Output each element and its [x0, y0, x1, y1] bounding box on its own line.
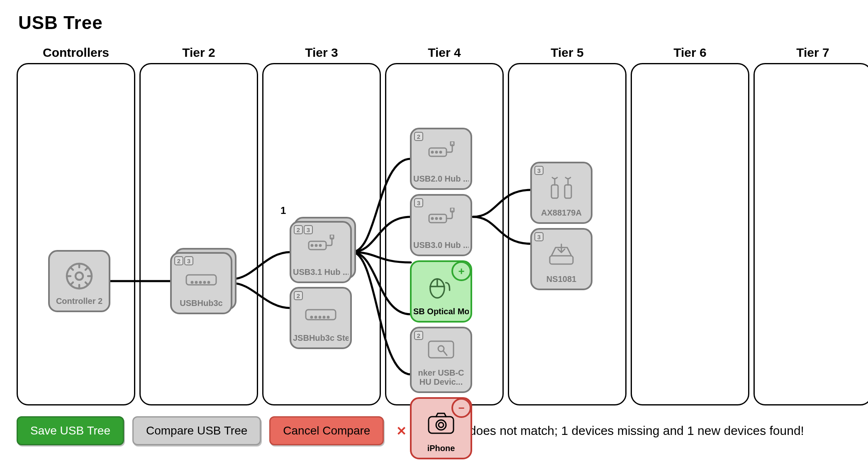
hub-icon [185, 269, 218, 287]
node-usb20hub[interactable]: 2 USB2.0 Hub ... [410, 128, 472, 190]
node-usbhub3cstem[interactable]: 2 JSBHub3c Stem [290, 287, 352, 349]
node-ax88179a[interactable]: 3 AX88179A [530, 162, 592, 224]
node-label: USB3.1 Hub ... [293, 267, 349, 277]
camera-icon [426, 411, 456, 436]
port-badge: 3 [414, 198, 423, 207]
node-mouse-added[interactable]: + SB Optical Mou: [410, 260, 472, 323]
svg-point-31 [438, 346, 444, 352]
svg-rect-30 [429, 341, 454, 358]
svg-point-21 [436, 151, 437, 153]
x-icon: ✕ [396, 424, 407, 438]
svg-rect-37 [550, 256, 573, 264]
svg-point-33 [436, 420, 446, 430]
svg-point-17 [323, 316, 325, 318]
tier-box [631, 63, 749, 405]
svg-rect-23 [451, 141, 454, 146]
node-usb30hub[interactable]: 3 USB3.0 Hub ... [410, 194, 472, 256]
svg-rect-35 [551, 185, 558, 198]
node-label: JSBHub3c Stem [293, 333, 349, 342]
node-label: USBHub3c [180, 299, 222, 308]
controller-icon [64, 261, 94, 291]
node-iphone-removed[interactable]: − iPhone [410, 397, 472, 459]
node-ns1081[interactable]: 3 NS1081 [530, 228, 592, 290]
node-label: USB3.0 Hub ... [413, 240, 469, 250]
page-title: USB Tree [18, 12, 851, 33]
node-label: AX88179A [541, 208, 582, 217]
node-usbhub3c[interactable]: 23 USBHub3c [170, 252, 232, 314]
mouse-icon [426, 273, 456, 300]
tier-header: Tier 2 [182, 46, 215, 60]
plus-icon: + [451, 261, 471, 281]
port-badge: 3 [534, 166, 544, 175]
svg-point-1 [76, 272, 83, 280]
svg-point-11 [319, 245, 321, 246]
svg-point-16 [319, 316, 321, 318]
port-badge: 2 [294, 291, 303, 300]
svg-point-3 [191, 282, 193, 283]
usbhub-icon [427, 141, 456, 166]
svg-point-15 [315, 316, 317, 318]
node-label: USB2.0 Hub ... [413, 174, 469, 183]
svg-rect-36 [565, 185, 571, 198]
hub-icon [304, 304, 337, 322]
minus-icon: − [451, 398, 471, 418]
port-badge: 3 [304, 225, 313, 234]
compare-button[interactable]: Compare USB Tree [132, 416, 261, 445]
svg-point-4 [195, 282, 197, 283]
node-label: Controller 2 [56, 296, 102, 306]
usbhub-icon [306, 235, 335, 260]
svg-rect-32 [429, 417, 454, 433]
drive-icon [546, 242, 576, 267]
radio-icon [546, 175, 576, 201]
node-label: NS1081 [546, 274, 576, 284]
svg-point-5 [200, 282, 201, 283]
svg-rect-28 [451, 208, 454, 212]
tiers-grid: Controllers Tier 2 Tier 3 Tier 4 Tier 5 … [17, 46, 851, 405]
svg-point-18 [327, 316, 329, 318]
port-badge: 3 [534, 232, 544, 241]
node-ankerhub[interactable]: 2 nker USB-C HU Devic... [410, 327, 472, 393]
usbhub-icon [427, 208, 456, 233]
cancel-button[interactable]: Cancel Compare [269, 416, 384, 445]
tier-header: Tier 6 [673, 46, 707, 60]
node-usb31hub[interactable]: 23 USB3.1 Hub ... [290, 221, 352, 283]
svg-point-9 [311, 245, 313, 246]
tier-header: Tier 5 [551, 46, 584, 60]
node-controller-2[interactable]: Controller 2 [48, 250, 110, 312]
svg-point-25 [432, 218, 433, 219]
svg-point-27 [440, 218, 441, 219]
tier-header: Tier 7 [796, 46, 829, 60]
svg-point-22 [440, 151, 441, 153]
save-button[interactable]: Save USB Tree [17, 416, 124, 445]
touch-icon [426, 339, 456, 362]
port-badge: 3 [184, 256, 193, 265]
svg-point-6 [204, 282, 205, 283]
tier-box [139, 63, 258, 405]
port-badge: 2 [414, 132, 423, 141]
svg-point-26 [436, 218, 437, 219]
port-badge: 2 [174, 256, 183, 265]
svg-point-10 [315, 245, 317, 246]
tier-box [17, 63, 135, 405]
node-label: iPhone [427, 444, 455, 453]
svg-point-7 [208, 282, 210, 283]
svg-rect-12 [330, 235, 334, 239]
tier-header: Controllers [43, 46, 109, 60]
tier-header: Tier 3 [305, 46, 338, 60]
edge-label: 1 [280, 205, 286, 216]
svg-point-20 [432, 151, 433, 153]
node-label: SB Optical Mou: [413, 307, 469, 316]
tier-header: Tier 4 [428, 46, 461, 60]
svg-point-14 [311, 316, 312, 318]
tier-box [753, 63, 868, 405]
svg-point-34 [439, 422, 444, 427]
port-badge: 2 [414, 331, 423, 340]
node-label: nker USB-C HU Devic... [413, 368, 469, 386]
port-badge: 2 [294, 225, 303, 234]
